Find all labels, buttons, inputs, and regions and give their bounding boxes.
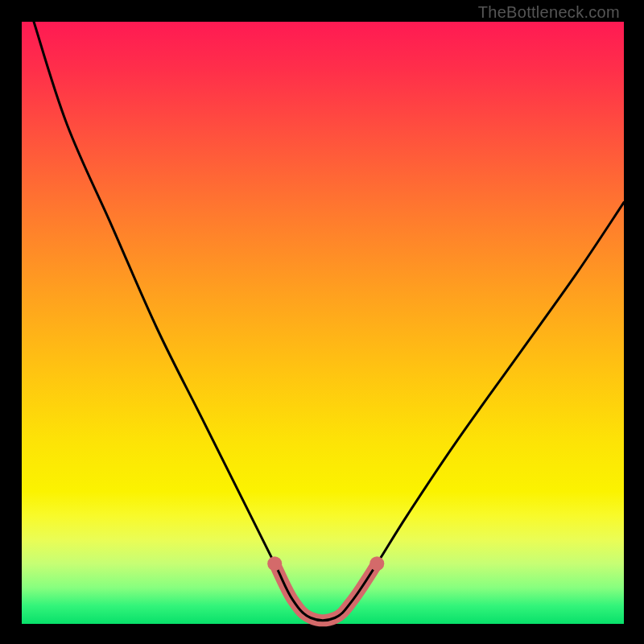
valley-endpoint-dot (369, 556, 384, 571)
plot-area (22, 22, 624, 624)
valley-highlight (275, 564, 377, 620)
chart-frame: TheBottleneck.com (0, 0, 644, 644)
bottleneck-curve-line (34, 22, 624, 621)
valley-endpoint-dot (267, 556, 282, 571)
curve-svg (22, 22, 624, 624)
watermark-text: TheBottleneck.com (478, 3, 620, 22)
